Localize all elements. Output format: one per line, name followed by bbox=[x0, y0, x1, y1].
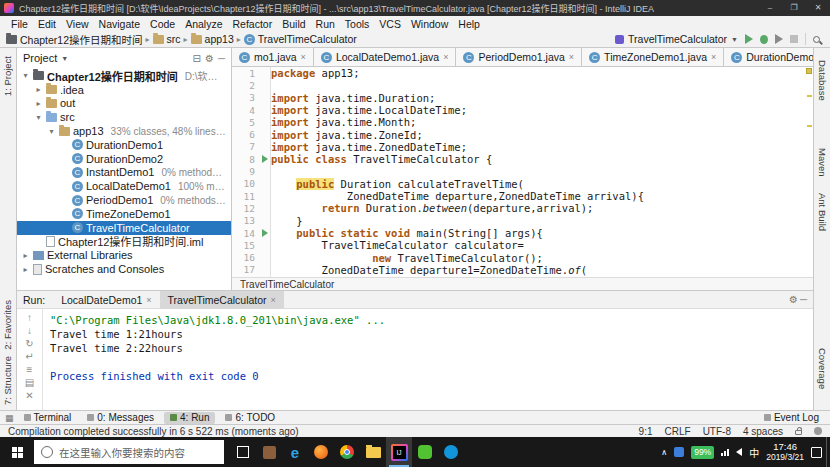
menu-item-navigate[interactable]: Navigate bbox=[94, 18, 145, 30]
menu-item-window[interactable]: Window bbox=[406, 18, 453, 30]
menu-item-refactor[interactable]: Refactor bbox=[228, 18, 278, 30]
debug-button[interactable] bbox=[760, 35, 768, 44]
event-log-button[interactable]: Event Log bbox=[758, 412, 825, 424]
stop-button[interactable] bbox=[790, 35, 798, 43]
tool-strip-tab-maven[interactable]: Maven bbox=[817, 148, 828, 177]
up-stack-icon[interactable]: ↑ bbox=[27, 312, 32, 323]
collapse-all-icon[interactable]: ⊟ bbox=[193, 53, 201, 64]
scroll-end-icon[interactable]: ≡ bbox=[27, 364, 33, 375]
tool-strip-tab-antbuild[interactable]: Ant Build bbox=[817, 193, 828, 231]
close-button[interactable]: ✕ bbox=[806, 0, 830, 16]
tree-item[interactable]: ▸External Libraries bbox=[17, 248, 231, 262]
editor-tab[interactable]: CTimeZoneDemo1.java× bbox=[582, 48, 724, 66]
minimize-button[interactable]: – bbox=[758, 0, 782, 16]
menu-item-vcs[interactable]: VCS bbox=[374, 18, 406, 30]
tree-item[interactable]: ▸.idea bbox=[17, 83, 231, 97]
taskbar-clock[interactable]: 17:46 2019/3/21 bbox=[766, 442, 804, 462]
tree-item[interactable]: ▸out bbox=[17, 97, 231, 111]
status-widget[interactable]: CRLF bbox=[665, 426, 691, 437]
start-button[interactable] bbox=[0, 437, 34, 467]
close-tab-icon[interactable]: × bbox=[711, 52, 716, 62]
battery-optimizer-badge[interactable]: 99% bbox=[691, 446, 714, 459]
down-stack-icon[interactable]: ↓ bbox=[27, 325, 32, 336]
run-line-icon[interactable] bbox=[262, 229, 268, 237]
close-tab-icon[interactable]: × bbox=[443, 52, 448, 62]
volume-icon[interactable] bbox=[736, 448, 742, 456]
menu-item-run[interactable]: Run bbox=[311, 18, 340, 30]
status-widget[interactable]: 9:1 bbox=[639, 426, 653, 437]
tool-strip-tab-favorites[interactable]: 2: Favorites bbox=[2, 300, 13, 350]
editor-tab[interactable]: CPeriodDemo1.java× bbox=[456, 48, 582, 66]
tree-item[interactable]: CDurationDemo2 bbox=[17, 152, 231, 166]
tool-window-button-messages[interactable]: 0: Messages bbox=[81, 412, 160, 424]
taskbar-app-edge[interactable] bbox=[282, 437, 308, 467]
action-center-icon[interactable] bbox=[811, 447, 822, 458]
breadcrumb-item[interactable]: Chapter12操作日期和时间 bbox=[6, 32, 143, 47]
hidden-icons-chevron[interactable]: ∧ bbox=[661, 448, 667, 457]
run-line-icon[interactable] bbox=[262, 155, 268, 163]
close-tab-icon[interactable]: × bbox=[271, 295, 276, 305]
tree-item[interactable]: CDurationDemo1 bbox=[17, 138, 231, 152]
tree-item[interactable]: ▾src bbox=[17, 110, 231, 124]
tool-strip-tab-structure[interactable]: 7: Structure bbox=[2, 356, 13, 405]
tool-window-button-run[interactable]: 4: Run bbox=[164, 412, 215, 424]
hide-panel-icon[interactable]: ─ bbox=[218, 53, 225, 64]
tool-window-button-terminal[interactable]: Terminal bbox=[18, 412, 78, 424]
close-tab-icon[interactable]: × bbox=[301, 52, 306, 62]
editor-tab[interactable]: CLocalDateDemo1.java× bbox=[314, 48, 457, 66]
taskbar-search-box[interactable]: 在这里输入你要搜索的内容 bbox=[34, 440, 224, 464]
close-tab-icon[interactable]: × bbox=[569, 52, 574, 62]
tree-item[interactable]: ▾Chapter12操作日期和时间D:\软件\IdeaProjects... bbox=[17, 69, 231, 83]
inspections-profile-icon[interactable] bbox=[814, 427, 822, 435]
run-configuration-select[interactable]: TravelTimeCalculator ▼ bbox=[615, 33, 738, 45]
editor-breadcrumb-item[interactable]: TravelTimeCalculator bbox=[240, 279, 334, 290]
breadcrumb-item[interactable]: src bbox=[153, 33, 181, 45]
code-editor[interactable]: 1package app13;23import java.time.Durati… bbox=[232, 67, 813, 277]
status-widget[interactable]: 4 spaces bbox=[743, 426, 783, 437]
run-tab[interactable]: LocalDateDemo1× bbox=[53, 291, 159, 309]
input-method-indicator[interactable]: 中 bbox=[749, 445, 759, 460]
settings-gear-icon[interactable]: ⚙ bbox=[789, 294, 798, 305]
tree-chevron-icon[interactable]: ▸ bbox=[34, 85, 43, 94]
taskbar-app-taskview[interactable] bbox=[230, 437, 256, 467]
maximize-button[interactable]: ❐ bbox=[782, 0, 806, 16]
chevron-down-icon[interactable]: ▼ bbox=[61, 55, 68, 62]
clear-icon[interactable]: ✕ bbox=[25, 390, 33, 401]
tool-strip-tab-coverage[interactable]: Coverage bbox=[817, 348, 828, 389]
settings-gear-icon[interactable]: ⚙ bbox=[205, 53, 214, 64]
soft-wrap-icon[interactable]: ↵ bbox=[25, 351, 33, 362]
menu-item-help[interactable]: Help bbox=[453, 18, 485, 30]
inspection-stripe-mark[interactable] bbox=[807, 125, 812, 127]
tool-strip-tab-project[interactable]: 1: Project bbox=[2, 56, 13, 96]
taskbar-app-wechat[interactable] bbox=[412, 437, 438, 467]
taskbar-app-idea[interactable] bbox=[386, 437, 412, 467]
status-widget[interactable]: UTF-8 bbox=[703, 426, 731, 437]
show-desktop-button[interactable] bbox=[826, 437, 830, 467]
tree-item[interactable]: ▸Scratches and Consoles bbox=[17, 262, 231, 276]
menu-item-tools[interactable]: Tools bbox=[340, 18, 375, 30]
tool-window-switcher-icon[interactable]: ▦ bbox=[5, 413, 14, 423]
run-button[interactable] bbox=[745, 34, 753, 44]
tree-item[interactable]: CPeriodDemo10% methods, 0% line... bbox=[17, 193, 231, 207]
menu-item-file[interactable]: File bbox=[6, 18, 33, 30]
tree-item[interactable]: CInstantDemo10% methods, 0% line... bbox=[17, 166, 231, 180]
menu-item-view[interactable]: View bbox=[61, 18, 94, 30]
tree-chevron-icon[interactable]: ▸ bbox=[21, 265, 30, 274]
tree-item[interactable]: Chapter12操作日期和时间.iml bbox=[17, 235, 231, 249]
taskbar-app-chrome[interactable] bbox=[334, 437, 360, 467]
tree-chevron-icon[interactable]: ▾ bbox=[21, 71, 30, 80]
tree-item[interactable]: CLocalDateDemo1100% methods, 10... bbox=[17, 179, 231, 193]
run-with-coverage-button[interactable] bbox=[775, 34, 783, 44]
tool-window-button-todo[interactable]: 6: TODO bbox=[219, 412, 281, 424]
inspection-stripe-mark[interactable] bbox=[807, 95, 812, 97]
tree-item[interactable]: ▾app1333% classes, 48% lines covered bbox=[17, 124, 231, 138]
run-tab[interactable]: TravelTimeCalculator× bbox=[160, 291, 284, 309]
print-icon[interactable]: ▤ bbox=[25, 377, 34, 388]
run-console[interactable]: "C:\Program Files\Java\jdk1.8.0_201\bin\… bbox=[43, 309, 813, 410]
hide-panel-icon[interactable]: ─ bbox=[800, 294, 807, 305]
breadcrumb-item[interactable]: app13 bbox=[191, 33, 234, 45]
tree-item[interactable]: CTimeZoneDemo1 bbox=[17, 207, 231, 221]
menu-item-analyze[interactable]: Analyze bbox=[180, 18, 227, 30]
editor-tab[interactable]: Cmo1.java× bbox=[232, 48, 314, 66]
lock-icon[interactable] bbox=[795, 430, 802, 435]
